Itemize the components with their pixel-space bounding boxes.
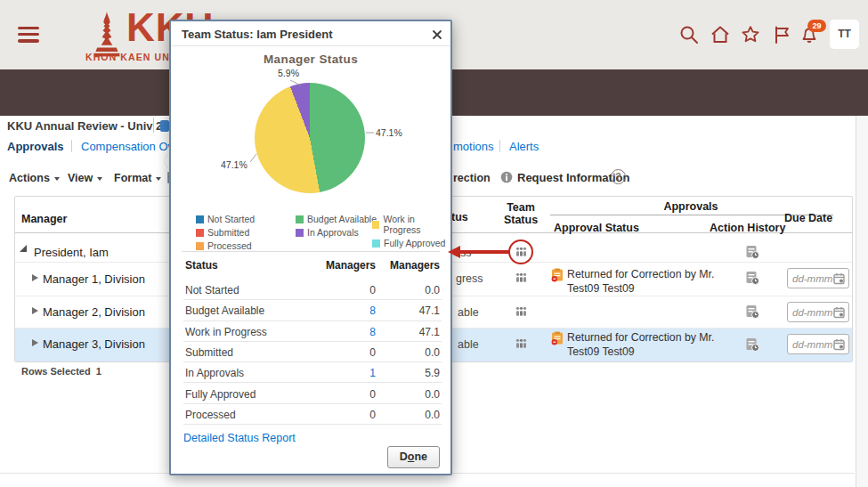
tab-approvals[interactable]: Approvals [7, 140, 64, 153]
expand-collapse-icon[interactable] [20, 245, 27, 252]
status-value-partial: gress [456, 272, 483, 285]
status-name: Processed [185, 409, 236, 421]
manager-node[interactable]: Manager 3, Division [43, 337, 145, 351]
vertical-scrollbar[interactable] [856, 116, 868, 487]
manager-pct: 0.0 [351, 409, 440, 421]
status-value-partial: able [458, 306, 479, 319]
pie-label-work-in-progress: 47.1% [221, 159, 247, 170]
manager-pct: 0.0 [351, 388, 440, 401]
legend-item: Work in Progress [372, 214, 450, 235]
screen: KKU KHON KAEN UNIVERSITY 29 TT Approval … [0, 0, 868, 487]
chevron-down-icon [97, 177, 102, 181]
status-value-partial: able [458, 338, 479, 351]
status-table-row: Budget Available 8 47.1 [183, 300, 442, 321]
legend-label: Not Started [207, 214, 255, 224]
legend-item: Processed [196, 240, 255, 251]
chart-title: Manager Status [171, 53, 450, 66]
toolbar-help-icon[interactable]: ? [611, 169, 626, 184]
return-for-correction-partial[interactable]: rection [453, 172, 491, 184]
status-name: Work in Progress [185, 326, 267, 338]
legend-label: In Approvals [307, 227, 359, 238]
approval-status-text: Returned for Correction by Mr. Test09 Te… [567, 268, 720, 296]
column-header-approval-status: Approval Status [554, 222, 639, 234]
rows-selected-status: Rows Selected 1 [21, 366, 101, 377]
status-table-row: Processed 0 0.0 [183, 404, 442, 425]
status-col-header: Status [185, 259, 218, 272]
calendar-icon[interactable] [833, 272, 846, 285]
due-date-field[interactable] [787, 334, 849, 354]
team-status-dialog: Team Status: Iam President Manager Statu… [169, 20, 452, 475]
column-header-approvals-group: Approvals [552, 200, 830, 213]
hamburger-menu-icon[interactable] [18, 27, 39, 43]
manager-node[interactable]: President, Iam [34, 246, 109, 259]
detailed-status-report-link[interactable]: Detailed Status Report [183, 432, 296, 444]
legend-label: Budget Available [307, 214, 377, 224]
tab-alerts[interactable]: Alerts [509, 140, 539, 153]
column-header-due-date: Due Date [784, 212, 832, 224]
expand-collapse-icon[interactable] [32, 339, 38, 346]
approval-status-text: Returned for Correction by Mr. Test09 Te… [567, 331, 720, 359]
plan-info-icon[interactable] [160, 120, 169, 132]
expand-collapse-icon[interactable] [32, 307, 38, 314]
legend-label: Fully Approved [384, 238, 445, 248]
favorites-star-icon[interactable] [740, 24, 761, 45]
home-icon[interactable] [710, 24, 731, 45]
manager-pct: 5.9 [351, 367, 440, 379]
actions-menu[interactable]: Actions [9, 172, 60, 184]
legend-label: Work in Progress [383, 214, 450, 235]
expand-collapse-icon[interactable] [32, 274, 38, 281]
column-header-manager: Manager [21, 213, 67, 225]
pie-label-budget-available: 47.1% [376, 127, 402, 138]
status-name: Submitted [185, 346, 233, 359]
tab-promotions-partial[interactable]: motions [453, 140, 494, 153]
team-status-icon[interactable] [515, 272, 528, 283]
back-icon[interactable] [11, 150, 34, 174]
breadcrumb-separator [153, 118, 154, 133]
format-menu[interactable]: Format [114, 172, 161, 184]
tab-separator [71, 140, 72, 152]
page-picker-icon[interactable] [134, 154, 154, 170]
due-date-input[interactable] [788, 335, 834, 353]
status-table-row: Not Started 0 0.0 [183, 280, 442, 300]
manager-pct: 47.1 [351, 304, 440, 317]
legend-column: Not Started Submitted Processed [196, 214, 255, 254]
annotation-arrow-head [448, 246, 460, 258]
done-button[interactable]: Done [387, 446, 440, 468]
column-header-action-history: Action History [710, 222, 785, 234]
user-avatar[interactable]: TT [830, 20, 859, 49]
manager-node[interactable]: Manager 1, Division [43, 272, 145, 286]
legend-item: Fully Approved [372, 238, 450, 248]
view-menu[interactable]: View [68, 172, 102, 184]
legend-label: Processed [207, 240, 252, 251]
legend-label: Submitted [207, 227, 249, 238]
action-history-icon[interactable] [745, 271, 759, 285]
action-history-icon[interactable] [745, 245, 759, 259]
calendar-icon[interactable] [833, 306, 846, 319]
manager-node[interactable]: Manager 2, Division [43, 305, 145, 319]
calendar-icon[interactable] [833, 338, 846, 351]
action-history-icon[interactable] [745, 337, 759, 352]
due-date-field[interactable] [787, 302, 849, 322]
team-status-icon[interactable] [515, 338, 528, 349]
action-history-icon[interactable] [745, 304, 759, 319]
due-date-field[interactable] [787, 268, 849, 288]
save-button[interactable]: Save [762, 149, 856, 174]
chevron-down-icon [156, 177, 161, 181]
annotation-arrow [459, 250, 509, 254]
due-date-input[interactable] [788, 303, 834, 321]
legend-item: Submitted [196, 227, 255, 238]
watchlist-flag-icon[interactable] [771, 24, 792, 45]
legend-item: Not Started [196, 214, 255, 224]
legend-item: Budget Available [296, 214, 377, 224]
column-header-team-status: TeamStatus [499, 201, 543, 226]
search-icon[interactable] [678, 24, 700, 45]
close-icon[interactable] [431, 28, 443, 41]
team-status-icon[interactable] [515, 306, 528, 317]
legend-item: In Approvals [296, 227, 377, 238]
manager-status-pie-chart [255, 83, 365, 193]
plan-title: KKU Annual Review - Univ 2024 [7, 119, 182, 133]
status-table-row: In Approvals 1 5.9 [183, 362, 442, 383]
due-date-input[interactable] [788, 269, 834, 288]
legend-swatch [296, 215, 304, 223]
manager-pct: 47.1 [351, 326, 440, 338]
